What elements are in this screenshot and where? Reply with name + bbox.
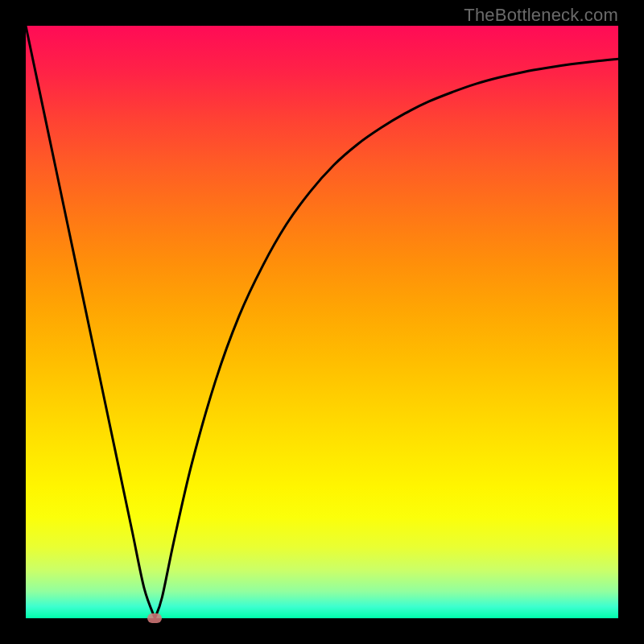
plot-area (26, 26, 618, 618)
chart-container: TheBottleneck.com (0, 0, 644, 644)
bottleneck-curve (26, 26, 618, 618)
watermark-text: TheBottleneck.com (464, 5, 618, 26)
minimum-marker (147, 613, 162, 623)
